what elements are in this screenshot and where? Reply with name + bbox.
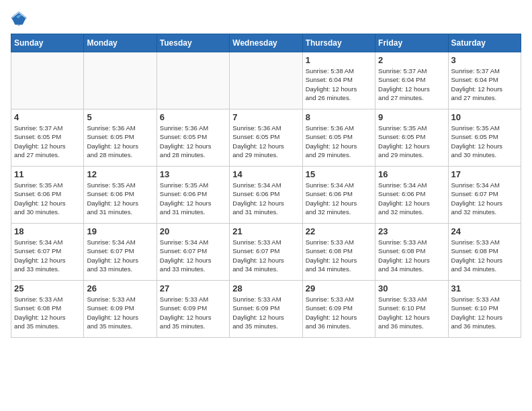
day-number: 29 xyxy=(306,283,372,293)
day-cell: 4Sunrise: 5:37 AM Sunset: 6:05 PM Daylig… xyxy=(11,109,84,167)
day-info: Sunrise: 5:36 AM Sunset: 6:05 PM Dayligh… xyxy=(306,124,372,159)
day-cell: 22Sunrise: 5:33 AM Sunset: 6:08 PM Dayli… xyxy=(302,224,375,281)
day-cell: 23Sunrise: 5:33 AM Sunset: 6:08 PM Dayli… xyxy=(375,224,448,281)
day-number: 25 xyxy=(14,283,81,293)
day-number: 10 xyxy=(451,112,518,122)
day-number: 31 xyxy=(451,283,518,293)
header-cell-sunday: Sunday xyxy=(11,34,84,52)
day-info: Sunrise: 5:33 AM Sunset: 6:08 PM Dayligh… xyxy=(306,238,372,273)
day-info: Sunrise: 5:34 AM Sunset: 6:07 PM Dayligh… xyxy=(160,238,226,273)
day-cell: 28Sunrise: 5:33 AM Sunset: 6:09 PM Dayli… xyxy=(230,281,302,338)
day-cell: 26Sunrise: 5:33 AM Sunset: 6:09 PM Dayli… xyxy=(84,281,157,338)
day-number: 1 xyxy=(306,55,372,65)
day-info: Sunrise: 5:34 AM Sunset: 6:07 PM Dayligh… xyxy=(451,181,518,216)
day-info: Sunrise: 5:33 AM Sunset: 6:08 PM Dayligh… xyxy=(378,238,445,273)
header-cell-saturday: Saturday xyxy=(448,34,521,52)
day-cell: 11Sunrise: 5:35 AM Sunset: 6:06 PM Dayli… xyxy=(11,167,84,224)
header-row: SundayMondayTuesdayWednesdayThursdayFrid… xyxy=(11,34,521,52)
day-info: Sunrise: 5:34 AM Sunset: 6:06 PM Dayligh… xyxy=(378,181,445,216)
day-info: Sunrise: 5:35 AM Sunset: 6:06 PM Dayligh… xyxy=(87,181,153,216)
day-number: 27 xyxy=(160,283,226,293)
day-info: Sunrise: 5:33 AM Sunset: 6:09 PM Dayligh… xyxy=(232,295,299,330)
day-cell: 21Sunrise: 5:33 AM Sunset: 6:07 PM Dayli… xyxy=(230,224,302,281)
calendar-header: SundayMondayTuesdayWednesdayThursdayFrid… xyxy=(11,34,521,52)
day-cell: 2Sunrise: 5:37 AM Sunset: 6:04 PM Daylig… xyxy=(375,52,448,109)
day-number: 8 xyxy=(306,112,372,122)
week-row-1: 1Sunrise: 5:38 AM Sunset: 6:04 PM Daylig… xyxy=(11,52,521,109)
day-cell: 5Sunrise: 5:36 AM Sunset: 6:05 PM Daylig… xyxy=(84,109,157,167)
day-cell: 15Sunrise: 5:34 AM Sunset: 6:06 PM Dayli… xyxy=(302,167,375,224)
svg-marker-0 xyxy=(12,13,26,25)
logo xyxy=(11,11,30,27)
day-number: 23 xyxy=(378,226,445,236)
day-number: 14 xyxy=(232,169,299,179)
day-info: Sunrise: 5:33 AM Sunset: 6:09 PM Dayligh… xyxy=(160,295,226,330)
day-cell: 10Sunrise: 5:35 AM Sunset: 6:05 PM Dayli… xyxy=(448,109,521,167)
week-row-3: 11Sunrise: 5:35 AM Sunset: 6:06 PM Dayli… xyxy=(11,167,521,224)
calendar-table: SundayMondayTuesdayWednesdayThursdayFrid… xyxy=(11,34,521,338)
day-info: Sunrise: 5:34 AM Sunset: 6:07 PM Dayligh… xyxy=(87,238,153,273)
day-cell: 30Sunrise: 5:33 AM Sunset: 6:10 PM Dayli… xyxy=(375,281,448,338)
day-cell: 3Sunrise: 5:37 AM Sunset: 6:04 PM Daylig… xyxy=(448,52,521,109)
day-cell xyxy=(157,52,229,109)
day-cell: 8Sunrise: 5:36 AM Sunset: 6:05 PM Daylig… xyxy=(302,109,375,167)
day-number: 26 xyxy=(87,283,153,293)
day-number: 15 xyxy=(306,169,372,179)
day-info: Sunrise: 5:34 AM Sunset: 6:07 PM Dayligh… xyxy=(14,238,81,273)
day-number: 13 xyxy=(160,169,226,179)
day-cell xyxy=(230,52,302,109)
day-number: 22 xyxy=(306,226,372,236)
day-info: Sunrise: 5:34 AM Sunset: 6:06 PM Dayligh… xyxy=(306,181,372,216)
day-cell: 27Sunrise: 5:33 AM Sunset: 6:09 PM Dayli… xyxy=(157,281,229,338)
day-number: 2 xyxy=(378,55,445,65)
day-cell: 31Sunrise: 5:33 AM Sunset: 6:10 PM Dayli… xyxy=(448,281,521,338)
header-cell-friday: Friday xyxy=(375,34,448,52)
day-number: 6 xyxy=(160,112,226,122)
day-cell: 1Sunrise: 5:38 AM Sunset: 6:04 PM Daylig… xyxy=(302,52,375,109)
day-cell: 17Sunrise: 5:34 AM Sunset: 6:07 PM Dayli… xyxy=(448,167,521,224)
day-number: 19 xyxy=(87,226,153,236)
week-row-5: 25Sunrise: 5:33 AM Sunset: 6:08 PM Dayli… xyxy=(11,281,521,338)
day-number: 9 xyxy=(378,112,445,122)
day-number: 18 xyxy=(14,226,81,236)
day-cell: 12Sunrise: 5:35 AM Sunset: 6:06 PM Dayli… xyxy=(84,167,157,224)
day-cell: 9Sunrise: 5:35 AM Sunset: 6:05 PM Daylig… xyxy=(375,109,448,167)
calendar-body: 1Sunrise: 5:38 AM Sunset: 6:04 PM Daylig… xyxy=(11,52,521,338)
day-number: 16 xyxy=(378,169,445,179)
day-info: Sunrise: 5:37 AM Sunset: 6:04 PM Dayligh… xyxy=(451,66,518,102)
day-number: 12 xyxy=(87,169,153,179)
page-header xyxy=(11,11,521,27)
day-number: 5 xyxy=(87,112,153,122)
day-cell: 16Sunrise: 5:34 AM Sunset: 6:06 PM Dayli… xyxy=(375,167,448,224)
day-info: Sunrise: 5:35 AM Sunset: 6:06 PM Dayligh… xyxy=(160,181,226,216)
day-cell: 6Sunrise: 5:36 AM Sunset: 6:05 PM Daylig… xyxy=(157,109,229,167)
day-cell: 24Sunrise: 5:33 AM Sunset: 6:08 PM Dayli… xyxy=(448,224,521,281)
day-cell: 29Sunrise: 5:33 AM Sunset: 6:09 PM Dayli… xyxy=(302,281,375,338)
header-cell-monday: Monday xyxy=(84,34,157,52)
day-number: 24 xyxy=(451,226,518,236)
day-info: Sunrise: 5:35 AM Sunset: 6:05 PM Dayligh… xyxy=(378,124,445,159)
day-number: 17 xyxy=(451,169,518,179)
day-info: Sunrise: 5:37 AM Sunset: 6:04 PM Dayligh… xyxy=(378,66,445,102)
day-cell: 14Sunrise: 5:34 AM Sunset: 6:06 PM Dayli… xyxy=(230,167,302,224)
day-number: 20 xyxy=(160,226,226,236)
day-info: Sunrise: 5:35 AM Sunset: 6:06 PM Dayligh… xyxy=(14,181,81,216)
day-cell xyxy=(11,52,84,109)
day-number: 4 xyxy=(14,112,81,122)
day-number: 3 xyxy=(451,55,518,65)
week-row-2: 4Sunrise: 5:37 AM Sunset: 6:05 PM Daylig… xyxy=(11,109,521,167)
day-info: Sunrise: 5:33 AM Sunset: 6:10 PM Dayligh… xyxy=(378,295,445,330)
day-info: Sunrise: 5:36 AM Sunset: 6:05 PM Dayligh… xyxy=(87,124,153,159)
day-info: Sunrise: 5:33 AM Sunset: 6:08 PM Dayligh… xyxy=(451,238,518,273)
day-cell: 13Sunrise: 5:35 AM Sunset: 6:06 PM Dayli… xyxy=(157,167,229,224)
day-number: 21 xyxy=(232,226,299,236)
day-info: Sunrise: 5:34 AM Sunset: 6:06 PM Dayligh… xyxy=(232,181,299,216)
day-info: Sunrise: 5:33 AM Sunset: 6:08 PM Dayligh… xyxy=(14,295,81,330)
day-cell: 18Sunrise: 5:34 AM Sunset: 6:07 PM Dayli… xyxy=(11,224,84,281)
header-cell-tuesday: Tuesday xyxy=(157,34,229,52)
header-cell-thursday: Thursday xyxy=(302,34,375,52)
day-number: 7 xyxy=(232,112,299,122)
day-cell: 19Sunrise: 5:34 AM Sunset: 6:07 PM Dayli… xyxy=(84,224,157,281)
day-info: Sunrise: 5:37 AM Sunset: 6:05 PM Dayligh… xyxy=(14,124,81,159)
day-info: Sunrise: 5:36 AM Sunset: 6:05 PM Dayligh… xyxy=(160,124,226,159)
